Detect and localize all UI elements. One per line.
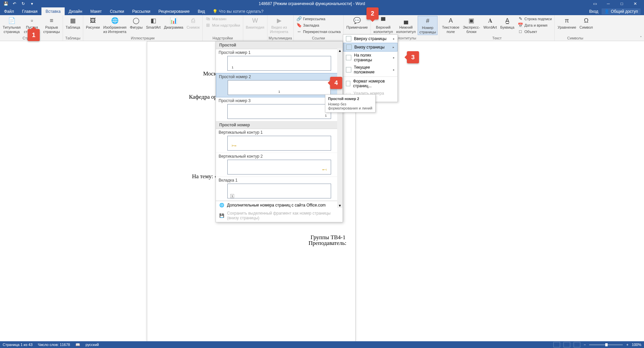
maximize-icon[interactable]: □ (617, 1, 626, 6)
menu-bottom-of-page[interactable]: Внизу страницы▸ (343, 43, 397, 52)
tab-insert[interactable]: Вставка (41, 7, 65, 15)
tab-design[interactable]: Дизайн (65, 7, 86, 15)
comment-button[interactable]: 💬Примечание (345, 16, 369, 30)
page-break-button[interactable]: ≡Разрыв страницы (42, 16, 61, 34)
cover-page-icon: 📄 (8, 17, 16, 25)
table-icon: ▦ (69, 17, 77, 25)
equation-button[interactable]: πУравнение (556, 16, 577, 30)
zoom-slider[interactable] (589, 344, 623, 345)
zoom-out-icon[interactable]: − (584, 343, 586, 347)
dropcap-button[interactable]: A̲Буквица (499, 16, 516, 30)
status-page[interactable]: Страница 1 из 43 (3, 343, 33, 347)
group-label-tables: Таблицы (64, 35, 82, 41)
collapse-ribbon-icon[interactable]: ˄ (640, 36, 642, 40)
view-read-icon[interactable] (553, 342, 560, 347)
pictures-button[interactable]: 🖼Рисунки (85, 16, 101, 30)
table-button[interactable]: ▦Таблица (64, 16, 82, 30)
share-button[interactable]: 👤Общий доступ (602, 8, 641, 14)
gallery-item-vcontour-1[interactable]: Вертикальный контур 1 ⊢━ (216, 129, 343, 153)
qat-customize-icon[interactable]: ▾ (29, 1, 35, 7)
tab-view[interactable]: Вид (194, 7, 209, 15)
view-print-icon[interactable] (564, 342, 570, 347)
object-button[interactable]: □Объект (516, 29, 553, 35)
menu-separator (343, 76, 397, 77)
group-label-symbols: Символы (556, 35, 594, 41)
minimize-icon[interactable]: ─ (604, 1, 613, 6)
close-icon[interactable]: ✕ (631, 1, 640, 6)
group-links: 🔗Гиперссылка 🔖Закладка ↔Перекрестная ссы… (294, 15, 344, 41)
tab-review[interactable]: Рецензирование (154, 7, 194, 15)
scroll-up-icon[interactable]: ▴ (339, 48, 341, 53)
callout-3: 3 (407, 51, 419, 63)
wordart-button[interactable]: 𝐀WordArt (482, 16, 498, 30)
quickparts-button[interactable]: ▣Экспресс- блоки (461, 16, 481, 34)
gallery-more-office[interactable]: 🌐Дополнительные номера страниц с сайта O… (216, 201, 343, 209)
textbox-icon: A (447, 17, 455, 25)
chart-button[interactable]: 📊Диаграмма (163, 16, 185, 30)
signature-line-button[interactable]: ✎Строка подписи (516, 16, 553, 22)
tab-references[interactable]: Ссылки (106, 7, 128, 15)
ribbon-options-icon[interactable]: ▭ (590, 1, 600, 6)
page-number-button[interactable]: #Номер страницы (418, 16, 438, 35)
menu-top-of-page[interactable]: Вверху страницы▸ (343, 35, 397, 43)
zoom-thumb[interactable] (605, 343, 608, 346)
format-icon (346, 81, 350, 86)
datetime-button[interactable]: 📅Дата и время (516, 22, 553, 28)
gallery-item-tab-1[interactable]: Вкладка 1 1 (216, 177, 343, 201)
callout-2: 2 (366, 7, 379, 20)
wikipedia-button[interactable]: WВикипедия (245, 16, 266, 30)
signature-icon: ✎ (518, 16, 523, 22)
cover-page-button[interactable]: 📄Титульная страница (1, 16, 22, 34)
tab-mailings[interactable]: Рассылки (128, 7, 154, 15)
zoom-in-icon[interactable]: + (626, 343, 628, 347)
gallery-save-selection[interactable]: 💾Сохранить выделенный фрагмент как номер… (216, 209, 343, 222)
tab-layout[interactable]: Макет (86, 7, 106, 15)
wordart-icon: 𝐀 (486, 17, 494, 25)
gallery-item-simple-3[interactable]: Простой номер 3 1 (216, 97, 343, 121)
gallery-item-vcontour-2[interactable]: Вертикальный контур 2 ━⊣ (216, 153, 343, 177)
symbol-button[interactable]: ΩСимвол (578, 16, 594, 30)
shapes-button[interactable]: ◯Фигуры (129, 16, 144, 30)
smartart-button[interactable]: ◧SmartArt (144, 16, 162, 30)
zoom-level[interactable]: 100% (632, 343, 641, 347)
current-pos-icon (346, 67, 351, 72)
save-icon[interactable]: 💾 (3, 1, 9, 7)
hyperlink-button[interactable]: 🔗Гиперссылка (295, 16, 342, 22)
online-pictures-button[interactable]: 🌐Изображения из Интернета (102, 16, 128, 34)
page-number-gallery: Простой Простой номер 1 1 Простой номер … (216, 41, 343, 222)
top-page-icon (346, 36, 351, 41)
chevron-right-icon: ▸ (393, 56, 395, 59)
gallery-item-simple-1[interactable]: Простой номер 1 1 (216, 49, 343, 73)
preview-simple-3: 1 (227, 104, 331, 119)
screenshot-button[interactable]: ⎙Снимок (185, 16, 201, 30)
signin-link[interactable]: Вход (589, 9, 598, 14)
group-tables: ▦Таблица Таблицы (63, 15, 83, 41)
redo-icon[interactable]: ↻ (20, 1, 26, 7)
scroll-down-icon[interactable]: ▾ (339, 203, 341, 208)
online-video-button[interactable]: ▶Видео из Интернета (269, 16, 290, 34)
view-web-icon[interactable] (574, 342, 580, 347)
menu-current-position[interactable]: Текущее положение▸ (343, 64, 397, 76)
chevron-right-icon: ▸ (393, 68, 395, 71)
undo-icon[interactable]: ↶ (11, 1, 18, 7)
gallery-section-simple-num: Простой номер (216, 121, 343, 129)
quickparts-icon: ▣ (468, 17, 476, 25)
gallery-item-simple-2[interactable]: Простой номер 2 1 (216, 73, 343, 97)
textbox-button[interactable]: AТекстовое поле (441, 16, 461, 34)
my-addins-button[interactable]: ⊞Мои надстройки (204, 22, 242, 28)
footer-button[interactable]: ▄Нижний колонтитул (395, 16, 417, 34)
equation-icon: π (563, 17, 571, 25)
crossref-button[interactable]: ↔Перекрестная ссылка (295, 29, 342, 35)
menu-page-margins[interactable]: На полях страницы▸ (343, 52, 397, 64)
tell-me[interactable]: 💡Что вы хотите сделать? (209, 7, 267, 15)
status-language[interactable]: русский (86, 343, 99, 347)
tooltip-desc: Номер без форматирования и линий (328, 102, 373, 110)
bookmark-button[interactable]: 🔖Закладка (295, 22, 342, 28)
status-words[interactable]: Число слов: 11678 (38, 343, 70, 347)
status-proof-icon[interactable]: 📖 (75, 343, 80, 347)
tab-file[interactable]: Файл (0, 7, 18, 15)
gallery-scrollbar[interactable]: ▴ ▾ (337, 48, 343, 208)
tab-home[interactable]: Главная (18, 7, 42, 15)
menu-format-numbers[interactable]: Формат номеров страниц... (343, 77, 397, 90)
store-button[interactable]: 🛍Магазин (204, 16, 242, 22)
